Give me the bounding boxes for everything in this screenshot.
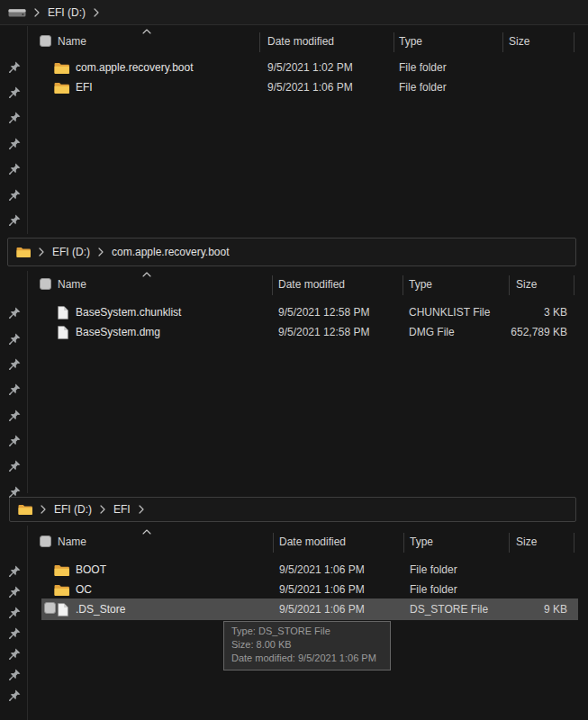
- file-date-modified: 9/5/2021 1:06 PM: [279, 563, 365, 576]
- file-type: File folder: [410, 563, 457, 576]
- file-row[interactable]: com.apple.recovery.boot 9/5/2021 1:02 PM…: [0, 58, 588, 78]
- file-type: File folder: [399, 61, 447, 74]
- column-header-name[interactable]: Name: [58, 536, 86, 548]
- pushpin-icon[interactable]: [9, 435, 21, 446]
- column-header-date-modified[interactable]: Date modified: [279, 536, 346, 548]
- pushpin-icon[interactable]: [9, 214, 21, 226]
- pushpin-icon[interactable]: [9, 648, 21, 660]
- tooltip-type-line: Type: DS_STORE File: [231, 625, 383, 638]
- pushpin-icon[interactable]: [9, 163, 21, 175]
- file-name: BaseSystem.dmg: [76, 326, 160, 338]
- explorer-window-recovery-boot: EFI (D:) com.apple.recovery.boot Name Da…: [0, 234, 588, 493]
- breadcrumb: EFI (D:): [0, 0, 588, 25]
- folder-icon: [54, 82, 69, 94]
- file-row[interactable]: OC 9/5/2021 1:06 PM File folder: [0, 580, 588, 600]
- chevron-right-icon[interactable]: [139, 505, 144, 514]
- column-header-date-modified[interactable]: Date modified: [278, 278, 345, 291]
- folder-icon: [16, 247, 31, 258]
- pushpin-icon[interactable]: [9, 410, 21, 421]
- column-header-type[interactable]: Type: [410, 536, 433, 548]
- address-bar[interactable]: EFI (D:) com.apple.recovery.boot: [7, 238, 576, 266]
- file-info-tooltip: Type: DS_STORE File Size: 8.00 KB Date m…: [223, 621, 391, 670]
- file-row[interactable]: BaseSystem.chunklist 9/5/2021 12:58 PM C…: [0, 303, 588, 323]
- address-bar[interactable]: EFI (D:) EFI: [9, 497, 576, 522]
- column-divider[interactable]: [403, 275, 403, 295]
- sort-ascending-icon[interactable]: [142, 529, 151, 535]
- file-row[interactable]: EFI 9/5/2021 1:06 PM File folder: [0, 78, 588, 98]
- pushpin-icon[interactable]: [9, 627, 21, 639]
- folder-icon: [18, 504, 32, 516]
- file-name: OC: [76, 583, 92, 596]
- pushpin-icon[interactable]: [9, 689, 21, 701]
- explorer-screenshot: EFI (D:) Name Date modified Type Size co…: [0, 0, 588, 720]
- pushpin-icon[interactable]: [9, 189, 21, 201]
- explorer-window-efi-folder: EFI (D:) EFI Name Date modified Type Siz…: [0, 493, 588, 720]
- select-all-checkbox[interactable]: [40, 278, 51, 290]
- file-name: BaseSystem.chunklist: [76, 306, 181, 319]
- file-name: com.apple.recovery.boot: [76, 61, 194, 74]
- sort-ascending-icon[interactable]: [142, 29, 151, 34]
- file-name: .DS_Store: [76, 603, 125, 616]
- select-all-checkbox[interactable]: [40, 536, 51, 547]
- column-header-size[interactable]: Size: [516, 278, 537, 291]
- chevron-right-icon[interactable]: [39, 248, 44, 256]
- column-header-size[interactable]: Size: [509, 35, 529, 48]
- pushpin-icon[interactable]: [9, 460, 21, 472]
- nav-pane-divider: [27, 526, 28, 720]
- row-checkbox[interactable]: [44, 602, 56, 614]
- file-type: CHUNKLIST File: [409, 306, 490, 319]
- column-divider[interactable]: [502, 32, 503, 52]
- file-row[interactable]: BaseSystem.dmg 9/5/2021 12:58 PM DMG Fil…: [0, 323, 588, 343]
- column-divider[interactable]: [509, 275, 510, 295]
- column-header-size[interactable]: Size: [516, 536, 537, 548]
- chevron-right-icon[interactable]: [98, 248, 104, 256]
- pushpin-icon[interactable]: [9, 383, 21, 395]
- file-row-selected[interactable]: .DS_Store 9/5/2021 1:06 PM DS_STORE File…: [0, 600, 588, 620]
- file-date-modified: 9/5/2021 1:06 PM: [279, 583, 365, 596]
- file-date-modified: 9/5/2021 1:02 PM: [267, 61, 353, 74]
- column-divider[interactable]: [273, 533, 274, 553]
- file-size: 652,789 KB: [511, 326, 567, 338]
- sort-ascending-icon[interactable]: [142, 272, 151, 277]
- column-divider[interactable]: [574, 533, 574, 553]
- explorer-window-efi-drive: EFI (D:) Name Date modified Type Size co…: [0, 0, 588, 234]
- file-size: 3 KB: [544, 306, 567, 319]
- chevron-right-icon[interactable]: [100, 505, 105, 514]
- file-type: DS_STORE File: [410, 603, 488, 616]
- pushpin-icon[interactable]: [9, 358, 21, 370]
- file-row[interactable]: BOOT 9/5/2021 1:06 PM File folder: [0, 561, 588, 580]
- breadcrumb-item[interactable]: EFI (D:): [54, 503, 92, 516]
- chevron-right-icon[interactable]: [41, 505, 46, 514]
- tooltip-size-line: Size: 8.00 KB: [231, 638, 383, 652]
- column-header-type[interactable]: Type: [399, 35, 422, 48]
- select-all-checkbox[interactable]: [40, 35, 51, 47]
- file-date-modified: 9/5/2021 12:58 PM: [278, 306, 369, 319]
- folder-icon: [54, 564, 69, 577]
- column-divider[interactable]: [272, 275, 273, 295]
- breadcrumb-item[interactable]: EFI (D:): [52, 246, 90, 258]
- column-header-name[interactable]: Name: [58, 278, 86, 291]
- column-divider[interactable]: [403, 533, 404, 553]
- column-header-date-modified[interactable]: Date modified: [267, 35, 334, 48]
- column-header-name[interactable]: Name: [58, 35, 86, 48]
- column-header-type[interactable]: Type: [409, 278, 432, 291]
- breadcrumb-item[interactable]: com.apple.recovery.boot: [112, 246, 230, 258]
- column-divider[interactable]: [574, 275, 574, 295]
- chevron-right-icon[interactable]: [34, 8, 40, 17]
- breadcrumb-item[interactable]: EFI: [113, 503, 131, 516]
- breadcrumb-item[interactable]: EFI (D:): [48, 6, 86, 19]
- chevron-right-icon[interactable]: [94, 8, 99, 17]
- column-divider[interactable]: [509, 533, 510, 553]
- file-type: File folder: [399, 81, 447, 94]
- file-date-modified: 9/5/2021 12:58 PM: [278, 326, 369, 338]
- folder-icon: [54, 584, 69, 597]
- column-divider[interactable]: [394, 32, 394, 52]
- file-date-modified: 9/5/2021 1:06 PM: [279, 603, 365, 616]
- pushpin-icon[interactable]: [9, 138, 21, 149]
- column-divider[interactable]: [259, 32, 260, 52]
- pushpin-icon[interactable]: [9, 112, 21, 123]
- file-size: 9 KB: [544, 603, 567, 616]
- pushpin-icon[interactable]: [9, 669, 21, 680]
- column-divider[interactable]: [574, 32, 574, 52]
- nav-pane-divider: [27, 26, 28, 234]
